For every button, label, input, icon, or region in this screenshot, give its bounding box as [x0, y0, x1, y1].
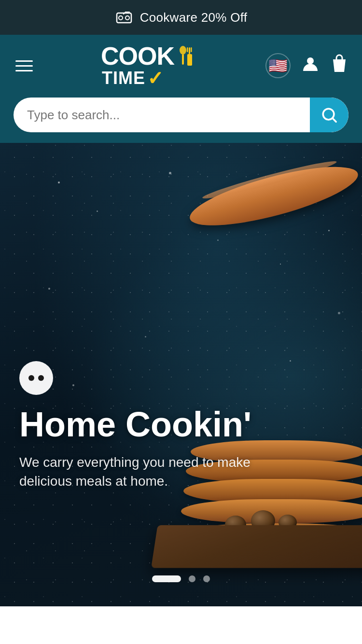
hamburger-line-2 [15, 65, 33, 67]
search-icon [321, 107, 337, 123]
sugar-particle [48, 288, 50, 290]
search-bar [14, 98, 348, 132]
logo-cook-text: COOK [101, 43, 174, 69]
hamburger-line-1 [15, 60, 33, 62]
search-input[interactable] [14, 108, 310, 123]
logo-time-text: TIME [102, 70, 145, 87]
svg-rect-9 [191, 47, 192, 52]
svg-point-5 [180, 46, 186, 55]
svg-line-13 [333, 118, 336, 122]
hero-title: Home Cookin' [19, 406, 362, 443]
promo-icon [115, 8, 133, 27]
svg-rect-6 [182, 54, 184, 65]
flying-pancake [185, 155, 362, 237]
sugar-particle [58, 182, 60, 183]
logo-checkmark: ✓ [147, 69, 164, 88]
promo-banner: Cookware 20% Off [0, 0, 362, 35]
hero-subtitle: We carry everything you need to make del… [19, 453, 251, 490]
hamburger-menu[interactable] [14, 58, 35, 73]
logo[interactable]: COOK TIME [101, 43, 199, 88]
nav-icons: 🇺🇸 [265, 53, 348, 78]
dot-left [28, 375, 34, 381]
hero-badge-icon [19, 361, 53, 395]
dot-right [38, 375, 44, 381]
logo-bottom-row: TIME ✓ [102, 69, 164, 88]
search-container [14, 98, 348, 143]
carousel-dot-3[interactable] [203, 575, 210, 582]
carousel-dots [152, 575, 210, 582]
shopping-bag-icon[interactable] [330, 54, 348, 78]
svg-point-11 [307, 57, 314, 64]
logo-top-row: COOK [101, 43, 199, 69]
svg-rect-8 [187, 47, 188, 52]
promo-text: Cookware 20% Off [140, 10, 248, 25]
svg-point-1 [119, 16, 123, 20]
header: COOK TIME [0, 35, 362, 143]
search-button[interactable] [310, 98, 348, 132]
hero-section: Home Cookin' We carry everything you nee… [0, 143, 362, 606]
carousel-dot-2[interactable] [189, 575, 195, 582]
svg-rect-7 [189, 47, 190, 54]
hero-content: Home Cookin' We carry everything you nee… [19, 361, 362, 490]
svg-rect-10 [187, 54, 192, 66]
wooden-board [151, 525, 362, 568]
svg-point-2 [125, 16, 129, 20]
carousel-dot-1[interactable] [152, 575, 181, 582]
nav-bar: COOK TIME [14, 43, 348, 88]
language-selector[interactable]: 🇺🇸 [265, 53, 291, 78]
hamburger-line-3 [15, 70, 33, 71]
sugar-particle [97, 210, 98, 212]
logo-utensils [174, 43, 199, 69]
user-account-icon[interactable] [301, 55, 320, 77]
